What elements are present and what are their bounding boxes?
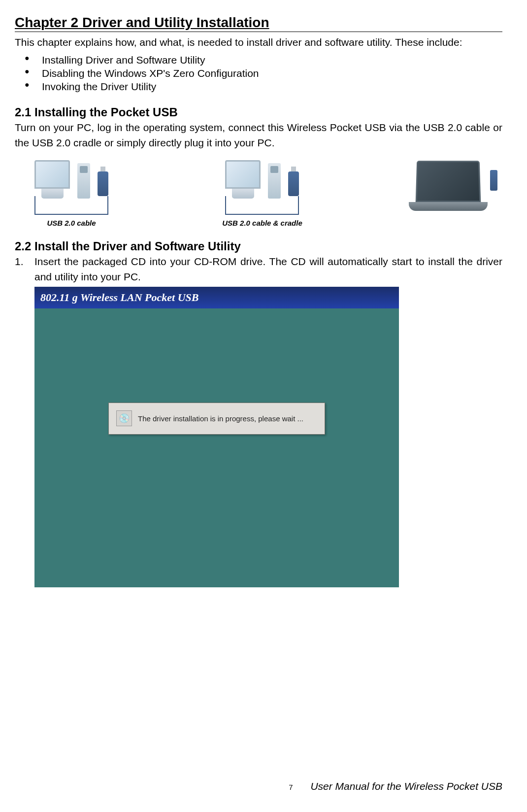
usb-dongle-icon (490, 170, 497, 191)
usb-dongle-icon (288, 171, 299, 196)
installer-titlebar: 802.11 g Wireless LAN Pocket USB (34, 287, 399, 308)
bullet-item: Disabling the Windows XP's Zero Configur… (42, 67, 502, 80)
monitor-icon (34, 160, 70, 199)
chapter-bullets: Installing Driver and Software Utility D… (42, 53, 502, 94)
usb-dongle-icon (98, 171, 108, 196)
installer-title: 802.11 g Wireless LAN Pocket USB (40, 291, 198, 304)
manual-title: User Manual for the Wireless Pocket USB (310, 780, 502, 792)
step-number: 1. (15, 254, 24, 269)
monitor-icon (225, 160, 261, 199)
pc-tower-icon (77, 163, 90, 199)
illus-cable: USB 2.0 cable (34, 160, 108, 227)
chapter-title: Chapter 2 Driver and Utility Installatio… (15, 15, 502, 32)
illus-cradle: USB 2.0 cable & cradle (222, 160, 302, 227)
bullet-item: Invoking the Driver Utility (42, 80, 502, 93)
laptop-icon (416, 161, 481, 203)
illus-laptop (416, 160, 488, 227)
chapter-intro: This chapter explains how, and what, is … (15, 34, 502, 51)
installer-body: 💿 The driver installation is in progress… (34, 308, 399, 587)
section-2-1-heading: 2.1 Installing the Pocket USB (15, 105, 502, 119)
dialog-text: The driver installation is in progress, … (138, 414, 303, 423)
setup-icon: 💿 (116, 410, 132, 426)
caption-cradle: USB 2.0 cable & cradle (222, 219, 302, 227)
step-text: Insert the packaged CD into your CD-ROM … (34, 256, 502, 282)
connection-illustrations: USB 2.0 cable USB 2.0 cable & cradle (15, 155, 502, 232)
progress-dialog: 💿 The driver installation is in progress… (108, 403, 325, 435)
caption-cable: USB 2.0 cable (47, 219, 96, 227)
page-footer: 7 User Manual for the Wireless Pocket US… (289, 780, 502, 792)
step-1: 1. Insert the packaged CD into your CD-R… (34, 254, 502, 284)
usb-cable-icon (34, 196, 108, 215)
installer-screenshot: 802.11 g Wireless LAN Pocket USB 💿 The d… (34, 287, 399, 587)
section-2-2-heading: 2.2 Install the Driver and Software Util… (15, 239, 502, 253)
page-number: 7 (289, 783, 293, 791)
pc-tower-icon (268, 163, 281, 199)
usb-cable-icon (225, 196, 299, 215)
bullet-item: Installing Driver and Software Utility (42, 53, 502, 67)
section-2-1-text: Turn on your PC, log in the operating sy… (15, 120, 502, 150)
